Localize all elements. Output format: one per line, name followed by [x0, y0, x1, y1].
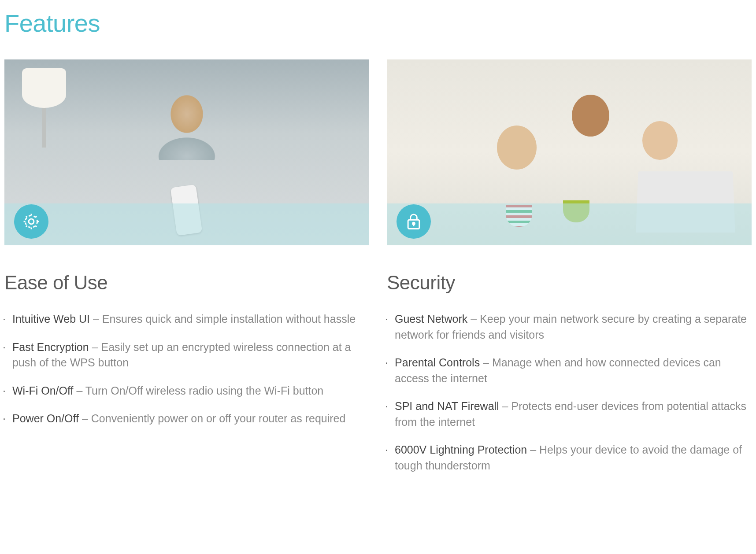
feature-term: Intuitive Web UI — [12, 313, 90, 325]
lock-icon — [404, 212, 423, 231]
feature-term: Parental Controls — [395, 356, 480, 369]
person-head — [642, 121, 678, 160]
feature-list-ease: Intuitive Web UI – Ensures quick and sim… — [4, 311, 369, 427]
list-item: Parental Controls – Manage when and how … — [387, 355, 752, 386]
heading-security: Security — [387, 272, 752, 294]
column-security: Security Guest Network – Keep your main … — [387, 59, 752, 486]
list-item: Intuitive Web UI – Ensures quick and sim… — [4, 311, 369, 327]
feature-image-security — [387, 59, 752, 245]
feature-term: Wi-Fi On/Off — [12, 384, 73, 397]
feature-desc: – Conveniently power on or off your rout… — [79, 412, 345, 425]
column-ease-of-use: Ease of Use Intuitive Web UI – Ensures q… — [4, 59, 369, 486]
gear-icon-badge — [14, 204, 48, 239]
list-item: SPI and NAT Firewall – Protects end-user… — [387, 399, 752, 430]
person-head — [572, 95, 609, 137]
feature-term: Guest Network — [395, 313, 467, 325]
feature-term: SPI and NAT Firewall — [395, 400, 499, 412]
svg-point-0 — [29, 219, 34, 224]
feature-term: Power On/Off — [12, 412, 79, 425]
feature-image-ease — [4, 59, 369, 245]
image-overlay — [387, 203, 752, 245]
person-illustration — [156, 89, 218, 160]
image-overlay — [4, 203, 369, 245]
list-item: Power On/Off – Conveniently power on or … — [4, 411, 369, 427]
person-head — [497, 126, 537, 170]
feature-term: 6000V Lightning Protection — [395, 443, 527, 456]
feature-desc: – Turn On/Off wireless radio using the W… — [73, 384, 323, 397]
feature-list-security: Guest Network – Keep your main network s… — [387, 311, 752, 473]
list-item: 6000V Lightning Protection – Helps your … — [387, 442, 752, 473]
list-item: Wi-Fi On/Off – Turn On/Off wireless radi… — [4, 383, 369, 399]
lamp-decor — [18, 68, 70, 148]
heading-ease-of-use: Ease of Use — [4, 272, 369, 294]
feature-desc: – Ensures quick and simple installation … — [90, 313, 356, 325]
list-item: Fast Encryption – Easily set up an encry… — [4, 340, 369, 371]
page-title: Features — [4, 9, 752, 37]
gear-icon — [22, 212, 41, 231]
feature-term: Fast Encryption — [12, 341, 89, 353]
features-columns: Ease of Use Intuitive Web UI – Ensures q… — [4, 59, 752, 486]
list-item: Guest Network – Keep your main network s… — [387, 311, 752, 343]
svg-point-2 — [413, 222, 415, 225]
lock-icon-badge — [397, 204, 431, 239]
